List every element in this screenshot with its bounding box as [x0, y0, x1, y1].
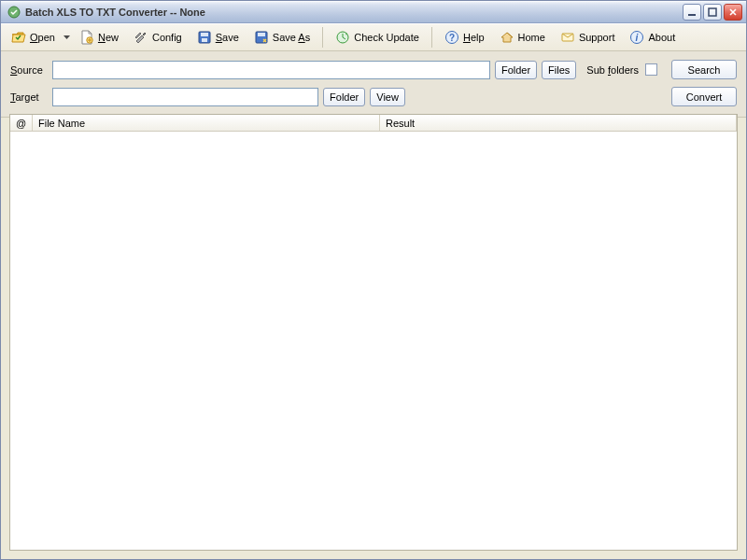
open-dropdown[interactable] [63, 26, 71, 49]
help-button[interactable]: ? Help [438, 26, 491, 49]
new-label: New [98, 32, 119, 43]
svg-rect-2 [709, 8, 716, 16]
source-row: Source Folder Files Sub folders Search [10, 60, 737, 79]
file-list-header: @ File Name Result [10, 115, 737, 132]
svg-rect-6 [202, 38, 207, 42]
check-update-label: Check Update [354, 32, 419, 43]
home-button[interactable]: Home [493, 26, 552, 49]
svg-text:i: i [636, 33, 639, 43]
save-as-button[interactable]: Save As [247, 26, 317, 49]
support-label: Support [579, 32, 615, 43]
target-label: Target [10, 91, 48, 103]
source-input[interactable] [52, 61, 490, 79]
sub-folders-checkbox[interactable] [645, 63, 657, 76]
maximize-button[interactable] [703, 4, 722, 21]
open-label: Open [30, 32, 55, 43]
search-button[interactable]: Search [671, 60, 737, 79]
config-label: Config [152, 32, 182, 43]
config-button[interactable]: Config [127, 26, 189, 49]
config-icon [134, 30, 148, 45]
main-toolbar: Open New Config Save Save As Check Updat… [1, 23, 746, 51]
minimize-button[interactable] [683, 4, 701, 21]
new-file-icon [79, 30, 94, 45]
toolbar-separator [431, 27, 432, 48]
target-row: Target Folder View Convert [10, 87, 737, 106]
check-update-button[interactable]: Check Update [329, 26, 426, 49]
window-title: Batch XLS TO TXT Converter -- None [25, 7, 683, 18]
home-icon [500, 30, 514, 45]
svg-rect-1 [688, 14, 696, 16]
title-bar: Batch XLS TO TXT Converter -- None [1, 1, 746, 23]
target-input[interactable] [52, 88, 318, 106]
save-icon [197, 30, 212, 45]
column-index[interactable]: @ [10, 115, 33, 131]
target-view-button[interactable]: View [370, 88, 405, 106]
support-button[interactable]: Support [554, 26, 622, 49]
about-button[interactable]: i About [623, 26, 682, 49]
support-icon [560, 30, 575, 45]
convert-button[interactable]: Convert [671, 87, 737, 106]
app-icon [7, 5, 21, 20]
info-icon: i [629, 30, 644, 45]
column-file-name[interactable]: File Name [33, 115, 380, 131]
save-label: Save [216, 32, 239, 43]
svg-rect-5 [201, 33, 208, 36]
paths-panel: Source Folder Files Sub folders Search T… [1, 51, 746, 118]
help-icon: ? [444, 30, 459, 45]
folder-open-icon [11, 30, 26, 45]
target-folder-button[interactable]: Folder [323, 88, 365, 106]
file-list: @ File Name Result [9, 114, 738, 551]
home-label: Home [518, 32, 545, 43]
file-list-body[interactable] [10, 132, 737, 550]
about-label: About [648, 32, 675, 43]
save-as-icon [254, 30, 269, 45]
sub-folders-label: Sub folders [586, 64, 639, 76]
toolbar-separator [322, 27, 323, 48]
open-button[interactable]: Open [5, 26, 62, 49]
save-button[interactable]: Save [190, 26, 246, 49]
new-button[interactable]: New [73, 26, 125, 49]
save-as-label: Save As [273, 32, 310, 43]
help-label: Help [463, 32, 485, 43]
update-icon [335, 30, 350, 45]
column-result[interactable]: Result [380, 115, 737, 131]
source-label: Source [10, 64, 48, 76]
source-folder-button[interactable]: Folder [495, 61, 537, 79]
close-button[interactable] [724, 4, 742, 21]
source-files-button[interactable]: Files [542, 61, 576, 79]
svg-text:?: ? [449, 33, 455, 43]
svg-rect-8 [258, 33, 265, 36]
